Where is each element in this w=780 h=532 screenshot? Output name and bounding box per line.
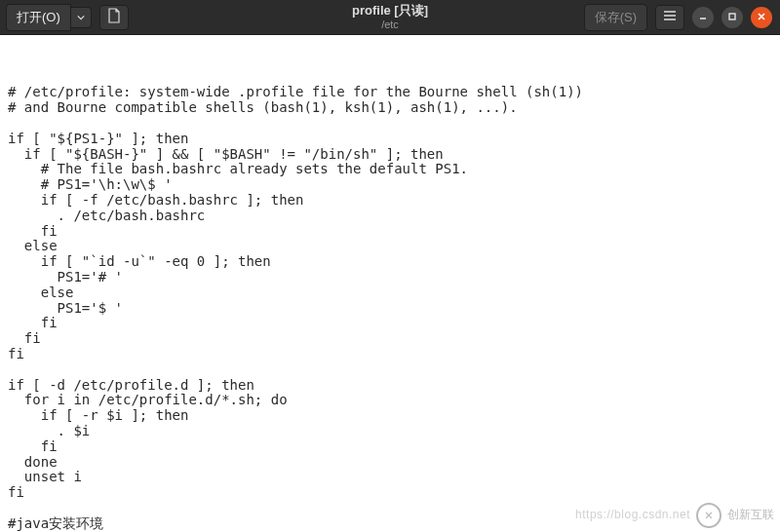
window-close-button[interactable] xyxy=(751,7,772,28)
code-line: PS1='# ' xyxy=(8,270,780,285)
window-title: profile [只读] xyxy=(352,4,428,18)
code-line: else xyxy=(8,239,780,254)
code-line: for i in /etc/profile.d/*.sh; do xyxy=(8,393,780,408)
save-button[interactable]: 保存(S) xyxy=(584,4,647,31)
titlebar-left-group: 打开(O) xyxy=(0,4,129,31)
titlebar-right-group: 保存(S) xyxy=(584,4,780,31)
text-editor-area[interactable]: # /etc/profile: system-wide .profile fil… xyxy=(0,35,780,532)
watermark-brand: 创新互联 xyxy=(727,508,774,523)
code-line: done xyxy=(8,455,780,471)
code-line: if [ "${PS1-}" ]; then xyxy=(8,132,780,147)
code-line: if [ "`id -u`" -eq 0 ]; then xyxy=(8,254,780,270)
window-maximize-button[interactable] xyxy=(722,7,743,28)
close-icon xyxy=(757,12,766,23)
hamburger-icon xyxy=(663,10,677,24)
watermark-logo-icon: ✕ xyxy=(696,503,722,528)
code-line: # PS1='\h:\w\$ ' xyxy=(8,177,780,193)
open-button[interactable]: 打开(O) xyxy=(6,4,71,31)
code-line: # /etc/profile: system-wide .profile fil… xyxy=(8,85,780,100)
code-line: fi xyxy=(8,224,780,240)
code-line: fi xyxy=(8,439,780,455)
minimize-icon xyxy=(698,12,708,23)
code-line xyxy=(8,362,780,378)
open-button-label: 打开(O) xyxy=(17,10,60,24)
code-line: fi xyxy=(8,485,780,501)
chevron-down-icon xyxy=(77,12,85,23)
code-line: if [ -f /etc/bash.bashrc ]; then xyxy=(8,193,780,209)
window-titlebar: 打开(O) profile [只读] /etc 保存(S) xyxy=(0,0,780,35)
save-button-label: 保存(S) xyxy=(595,10,637,24)
code-line: else xyxy=(8,285,780,301)
open-dropdown-button[interactable] xyxy=(71,7,92,28)
code-line: fi xyxy=(8,316,780,331)
code-line: if [ -r $i ]; then xyxy=(8,408,780,424)
new-document-icon xyxy=(107,8,121,26)
window-subtitle: /etc xyxy=(352,19,428,30)
code-line: # The file bash.bashrc already sets the … xyxy=(8,162,780,177)
code-line: # and Bourne compatible shells (bash(1),… xyxy=(8,100,780,116)
code-line xyxy=(8,116,780,132)
new-document-button[interactable] xyxy=(99,5,129,30)
code-line: . $i xyxy=(8,424,780,439)
watermark: https://blog.csdn.net ✕ 创新互联 xyxy=(575,503,774,528)
code-line: unset i xyxy=(8,470,780,485)
maximize-icon xyxy=(727,12,737,23)
code-line: PS1='$ ' xyxy=(8,301,780,317)
hamburger-menu-button[interactable] xyxy=(655,5,684,30)
code-line: if [ "${BASH-}" ] && [ "$BASH" != "/bin/… xyxy=(8,147,780,163)
titlebar-center: profile [只读] /etc xyxy=(352,4,428,29)
window-minimize-button[interactable] xyxy=(692,7,714,28)
code-line: if [ -d /etc/profile.d ]; then xyxy=(8,378,780,394)
svg-rect-0 xyxy=(729,14,735,19)
code-line: fi xyxy=(8,347,780,362)
code-line: . /etc/bash.bashrc xyxy=(8,209,780,224)
code-line: fi xyxy=(8,331,780,347)
watermark-url: https://blog.csdn.net xyxy=(575,508,690,523)
